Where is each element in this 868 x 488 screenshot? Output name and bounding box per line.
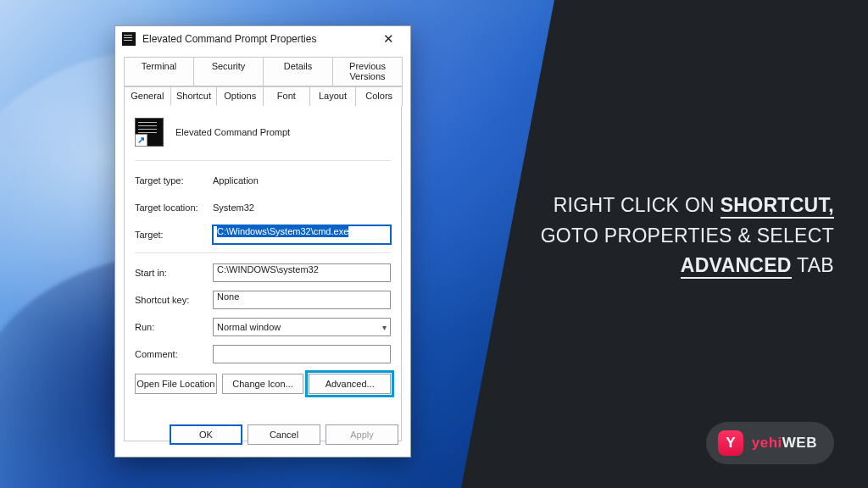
separator — [135, 160, 391, 161]
instruction-advanced-word: ADVANCED — [681, 254, 792, 279]
tab-layout[interactable]: Layout — [309, 86, 357, 106]
brand-name-accent: yehi — [752, 435, 782, 451]
row-start-in: Start in: C:\WINDOWS\system32 — [135, 263, 391, 282]
tab-previous-versions[interactable]: Previous Versions — [332, 57, 403, 86]
ok-button[interactable]: OK — [170, 424, 242, 445]
shortcut-action-buttons: Open File Location Change Icon... Advanc… — [135, 374, 391, 394]
tab-colors[interactable]: Colors — [355, 86, 403, 106]
row-comment: Comment: — [135, 345, 391, 363]
brand-name: yehiWEB — [752, 435, 817, 452]
brand-logo-letter: Y — [726, 435, 735, 452]
row-target-location: Target location: System32 — [135, 198, 391, 217]
label-start-in: Start in: — [135, 268, 213, 278]
tab-options[interactable]: Options — [216, 86, 264, 106]
brand-badge[interactable]: Y yehiWEB — [706, 422, 834, 464]
separator — [135, 252, 391, 253]
label-comment: Comment: — [135, 349, 213, 359]
row-run: Run: Normal window ▾ — [135, 318, 391, 336]
label-shortcut-key: Shortcut key: — [135, 295, 213, 305]
tab-general[interactable]: General — [124, 86, 171, 106]
instruction-text: RIGHT CLICK ON SHORTCUT, GOTO PROPERTIES… — [529, 191, 834, 281]
label-run: Run: — [135, 322, 213, 332]
close-button[interactable]: ✕ — [371, 27, 405, 51]
tab-font[interactable]: Font — [263, 86, 310, 106]
item-header: ↗ Elevated Command Prompt — [135, 118, 391, 147]
tab-security[interactable]: Security — [193, 57, 264, 86]
start-in-value: C:\WINDOWS\system32 — [217, 264, 319, 274]
dialog-buttons: OK Cancel Apply — [115, 424, 410, 445]
properties-dialog: Elevated Command Prompt Properties ✕ Ter… — [114, 25, 411, 458]
change-icon-button[interactable]: Change Icon... — [222, 374, 304, 394]
label-target: Target: — [135, 230, 213, 240]
row-target-type: Target type: Application — [135, 171, 391, 190]
instruction-line3-post: TAB — [792, 254, 834, 276]
chevron-down-icon: ▾ — [382, 323, 387, 332]
tab-row-top: Terminal Security Details Previous Versi… — [124, 57, 402, 86]
row-shortcut-key: Shortcut key: None — [135, 291, 391, 309]
tab-shortcut[interactable]: Shortcut — [170, 86, 218, 106]
tab-details[interactable]: Details — [263, 57, 333, 86]
titlebar[interactable]: Elevated Command Prompt Properties ✕ — [115, 26, 410, 52]
brand-logo-icon: Y — [718, 430, 743, 456]
dialog-title: Elevated Command Prompt Properties — [142, 33, 371, 45]
shortcut-key-input[interactable]: None — [213, 291, 391, 309]
instruction-line2: GOTO PROPERTIES & SELECT — [541, 225, 834, 247]
stage: RIGHT CLICK ON SHORTCUT, GOTO PROPERTIES… — [0, 0, 868, 488]
tab-terminal[interactable]: Terminal — [124, 57, 194, 86]
cmd-icon — [122, 32, 136, 46]
comment-input[interactable] — [213, 345, 391, 363]
shortcut-tab-body: ↗ Elevated Command Prompt Target type: A… — [124, 106, 402, 441]
shortcut-key-value: None — [217, 291, 239, 302]
shortcut-arrow-overlay-icon: ↗ — [135, 134, 147, 147]
start-in-input[interactable]: C:\WINDOWS\system32 — [213, 263, 391, 282]
apply-button[interactable]: Apply — [326, 424, 398, 445]
tab-row-bottom: General Shortcut Options Font Layout Col… — [124, 86, 402, 106]
label-target-location: Target location: — [135, 202, 213, 213]
run-value: Normal window — [217, 322, 281, 332]
open-file-location-button[interactable]: Open File Location — [135, 374, 217, 394]
target-input[interactable]: C:\Windows\System32\cmd.exe — [213, 225, 391, 244]
cancel-button[interactable]: Cancel — [248, 424, 320, 445]
brand-name-rest: WEB — [782, 435, 817, 451]
value-target-location: System32 — [213, 202, 391, 213]
label-target-type: Target type: — [135, 175, 213, 186]
target-input-selection: C:\Windows\System32\cmd.exe — [217, 225, 348, 237]
run-combobox[interactable]: Normal window ▾ — [213, 318, 391, 336]
instruction-shortcut-word: SHORTCUT, — [721, 194, 834, 219]
tabs-area: Terminal Security Details Previous Versi… — [115, 52, 410, 441]
row-target: Target: C:\Windows\System32\cmd.exe — [135, 225, 391, 244]
instruction-line1-pre: RIGHT CLICK ON — [554, 194, 721, 216]
item-name: Elevated Command Prompt — [175, 127, 290, 137]
shortcut-file-icon: ↗ — [135, 118, 164, 147]
advanced-button[interactable]: Advanced... — [309, 374, 391, 394]
value-target-type: Application — [213, 175, 391, 186]
